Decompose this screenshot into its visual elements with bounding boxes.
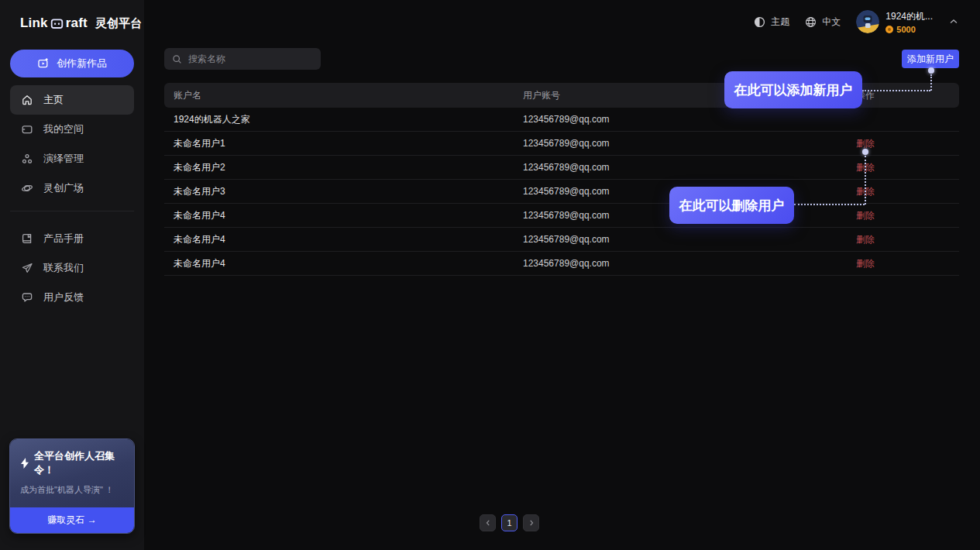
user-name-cell: 1924的机器人之家 bbox=[164, 113, 523, 126]
search-icon bbox=[172, 54, 182, 64]
user-name-cell: 未命名用户4 bbox=[164, 209, 523, 222]
table-row: 未命名用户4 123456789@qq.com 删除 bbox=[164, 228, 959, 252]
coin-balance: 5000 bbox=[896, 25, 915, 34]
coin-icon bbox=[885, 26, 893, 33]
earn-lingshi-button[interactable]: 赚取灵石 → bbox=[10, 507, 134, 533]
action-cell: 删除 bbox=[856, 137, 959, 150]
logo-text-prefix: Link bbox=[20, 15, 48, 31]
user-name-cell: 未命名用户4 bbox=[164, 233, 523, 246]
video-create-icon bbox=[37, 57, 50, 70]
user-account-cell: 123456789@qq.com bbox=[523, 162, 856, 173]
create-work-button[interactable]: 创作新作品 bbox=[10, 50, 134, 77]
sidebar-item-contact-us[interactable]: 联系我们 bbox=[10, 253, 134, 283]
action-cell: 删除 bbox=[856, 209, 959, 222]
sidebar-item-label: 灵创广场 bbox=[43, 181, 84, 195]
action-cell: 删除 bbox=[856, 185, 959, 198]
action-cell: 删除 bbox=[856, 233, 959, 246]
language-switcher[interactable]: 中文 bbox=[805, 15, 841, 29]
sidebar-item-label: 演绎管理 bbox=[43, 152, 84, 166]
connector-dot-delete bbox=[862, 149, 868, 155]
sidebar-nav-main: 主页 我的空间 演绎管理 灵创广场 bbox=[0, 85, 144, 203]
tooltip-add-user: 在此可以添加新用户 bbox=[724, 71, 862, 108]
table-row: 未命名用户4 123456789@qq.com 删除 bbox=[164, 252, 959, 276]
action-cell: 删除 bbox=[856, 161, 959, 174]
sidebar-nav-secondary: 产品手册 联系我们 用户反馈 bbox=[0, 224, 144, 312]
user-name-cell: 未命名用户2 bbox=[164, 161, 523, 174]
app-logo: Link raft 灵创平台 bbox=[0, 0, 144, 31]
globe-icon bbox=[805, 16, 817, 28]
planet-icon bbox=[21, 182, 33, 194]
sidebar-item-label: 主页 bbox=[43, 93, 64, 107]
table-row: 未命名用户2 123456789@qq.com 删除 bbox=[164, 156, 959, 180]
delete-user-link[interactable]: 删除 bbox=[856, 234, 875, 245]
avatar bbox=[856, 10, 879, 33]
action-cell: 删除 bbox=[856, 257, 959, 270]
lightning-icon bbox=[20, 458, 29, 469]
pagination: 1 bbox=[480, 514, 539, 531]
promo-card-body: 全平台创作人召集令！ 成为首批"机器人导演" ！ bbox=[10, 439, 134, 507]
send-icon bbox=[21, 262, 33, 274]
table-row: 未命名用户3 123456789@qq.com 删除 bbox=[164, 180, 959, 204]
search-input[interactable] bbox=[188, 53, 313, 64]
sidebar-item-performance-management[interactable]: 演绎管理 bbox=[10, 144, 134, 174]
user-account-cell: 123456789@qq.com bbox=[523, 114, 856, 125]
username: 1924的机... bbox=[885, 10, 933, 23]
sidebar-item-product-manual[interactable]: 产品手册 bbox=[10, 224, 134, 253]
delete-user-link[interactable]: 删除 bbox=[856, 258, 875, 269]
user-name-cell: 未命名用户4 bbox=[164, 257, 523, 270]
user-account-cell: 123456789@qq.com bbox=[523, 138, 856, 149]
theme-toggle[interactable]: 主题 bbox=[754, 15, 789, 29]
feedback-icon bbox=[21, 291, 33, 304]
add-user-button[interactable]: 添加新用户 bbox=[902, 50, 959, 68]
user-name-cell: 未命名用户3 bbox=[164, 185, 523, 198]
connector-line-add-vertical bbox=[930, 74, 932, 91]
user-name-cell: 未命名用户1 bbox=[164, 137, 523, 150]
sidebar-item-my-space[interactable]: 我的空间 bbox=[10, 115, 134, 144]
promo-subtitle: 成为首批"机器人导演" ！ bbox=[20, 484, 124, 496]
main-area: 主题 中文 1924的机... 5000 添加 bbox=[144, 0, 980, 550]
sidebar-item-label: 用户反馈 bbox=[43, 290, 84, 304]
sidebar-item-lingchuang-square[interactable]: 灵创广场 bbox=[10, 174, 134, 203]
folder-icon bbox=[21, 123, 33, 136]
tooltip-delete-user: 在此可以删除用户 bbox=[669, 187, 794, 224]
create-work-label: 创作新作品 bbox=[57, 57, 107, 70]
topbar: 主题 中文 1924的机... 5000 bbox=[144, 0, 980, 43]
logo-product-name: 灵创平台 bbox=[95, 16, 142, 31]
book-icon bbox=[21, 232, 33, 245]
sidebar-item-user-feedback[interactable]: 用户反馈 bbox=[10, 283, 134, 312]
next-page-button[interactable] bbox=[523, 514, 539, 531]
sidebar-item-home[interactable]: 主页 bbox=[10, 85, 134, 115]
table-row: 1924的机器人之家 123456789@qq.com bbox=[164, 108, 959, 132]
sidebar-divider bbox=[10, 211, 134, 211]
promo-title: 全平台创作人召集令！ bbox=[34, 449, 124, 477]
search-box[interactable] bbox=[164, 48, 321, 70]
column-header-name: 账户名 bbox=[164, 89, 523, 102]
delete-user-link[interactable]: 删除 bbox=[856, 210, 875, 221]
home-icon bbox=[21, 94, 33, 106]
cluster-icon bbox=[21, 153, 33, 165]
connector-dot-add bbox=[928, 67, 934, 74]
connector-line-add-horizontal bbox=[862, 90, 930, 91]
sidebar-item-label: 我的空间 bbox=[43, 122, 84, 136]
robot-face-icon bbox=[50, 17, 64, 30]
sidebar-item-label: 联系我们 bbox=[43, 261, 84, 275]
user-account-cell: 123456789@qq.com bbox=[523, 234, 856, 245]
user-account-cell: 123456789@qq.com bbox=[523, 258, 856, 269]
user-table: 账户名 用户账号 操作 1924的机器人之家 123456789@qq.com … bbox=[164, 83, 959, 276]
connector-line-delete-vertical bbox=[865, 156, 866, 205]
user-menu[interactable]: 1924的机... 5000 bbox=[856, 10, 933, 34]
page-number-button[interactable]: 1 bbox=[501, 514, 518, 531]
table-row: 未命名用户1 123456789@qq.com 删除 bbox=[164, 132, 959, 156]
connector-line-delete-horizontal bbox=[794, 204, 865, 205]
prev-page-button[interactable] bbox=[480, 514, 496, 531]
delete-user-link[interactable]: 删除 bbox=[856, 138, 875, 149]
table-row: 未命名用户4 123456789@qq.com 删除 bbox=[164, 204, 959, 228]
theme-icon bbox=[754, 16, 765, 28]
language-label: 中文 bbox=[822, 15, 841, 29]
promo-card: 全平台创作人召集令！ 成为首批"机器人导演" ！ 赚取灵石 → bbox=[9, 438, 135, 534]
chevron-up-icon[interactable] bbox=[948, 16, 959, 27]
logo-text-suffix: raft bbox=[66, 15, 88, 31]
theme-label: 主题 bbox=[771, 15, 789, 29]
sidebar-item-label: 产品手册 bbox=[43, 232, 84, 246]
sidebar: Link raft 灵创平台 创作新作品 主页 我的空间 演绎管理 灵创广场 bbox=[0, 0, 144, 550]
